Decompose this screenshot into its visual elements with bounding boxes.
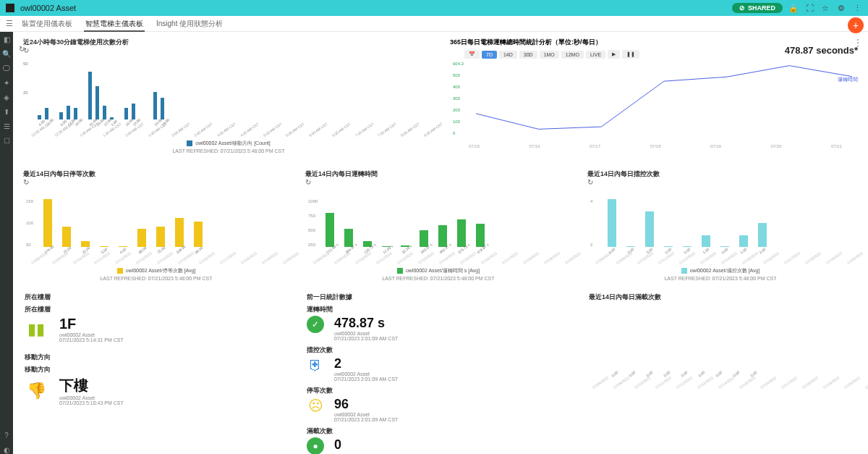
xtick: 07/10/2023 [637, 251, 654, 265]
small-xaxis: 07/08/202307/09/202307/10/202307/11/2023… [587, 261, 854, 266]
stat-label: 停等次數 [307, 386, 570, 395]
card-title-2: 移動方向 [25, 353, 288, 362]
bar [608, 199, 616, 247]
nav-user-icon[interactable]: ◐ [2, 445, 11, 454]
ytick: 300 [453, 96, 464, 101]
ytick: 100 [453, 119, 464, 124]
nav-screen-icon[interactable]: ☐ [2, 136, 11, 145]
bar-value: 0.00 [720, 245, 730, 254]
bar-value: 0.00 [715, 371, 722, 378]
range-30d[interactable]: 30D [519, 51, 537, 59]
ytick: 200 [453, 108, 464, 112]
fab-add[interactable]: + [848, 17, 864, 33]
bar [438, 225, 447, 247]
nav-search-icon[interactable]: 🔍 [2, 49, 11, 58]
nav-monitor-icon[interactable]: 🖵 [2, 64, 11, 72]
more-icon[interactable]: ⋮ [852, 3, 862, 13]
xtick: 07/11/2023 [655, 376, 672, 390]
star-icon[interactable]: ☆ [820, 3, 830, 13]
nav-upload-icon[interactable]: ⬆ [2, 107, 11, 116]
sad-face-icon: ☹ [307, 397, 324, 414]
nav-layers-icon[interactable]: ◈ [2, 93, 11, 101]
lock-icon[interactable]: 🔒 [788, 3, 799, 13]
range-12mo[interactable]: 12MO [561, 51, 584, 59]
xtick: 4:30 AM CST [239, 122, 260, 138]
stat-wait-count: 96 [334, 397, 398, 412]
nav-db-icon[interactable]: ☰ [2, 122, 11, 130]
last-refreshed: LAST REFRESHED: 07/21/2023 5:48:00 PM CS… [23, 148, 434, 154]
xtick: 4:00 AM CST [216, 122, 237, 138]
bar [59, 112, 63, 119]
xtick: 5:00 AM CST [263, 122, 283, 138]
bar [43, 199, 52, 247]
play-icon[interactable]: ▶ [608, 50, 620, 59]
xtick: 07/21/2023 [864, 376, 868, 390]
zero-bars [589, 319, 852, 370]
nav-settings-icon[interactable]: ✦ [2, 78, 11, 87]
ytick: 50 [23, 62, 28, 66]
nav-cube-icon[interactable]: ◧ [2, 35, 11, 43]
nav-help-icon[interactable]: ? [2, 431, 11, 440]
xtick: 7:00 AM CST [354, 122, 375, 138]
ytick: 400 [453, 85, 464, 89]
check-icon: ● [307, 437, 324, 454]
xtick: 07/16/2023 [198, 251, 216, 265]
xtick: 07/17/2023 [780, 376, 798, 390]
direction-value: 下樓 [59, 376, 124, 395]
bar [651, 369, 660, 370]
xtick: 07/17/2023 [219, 251, 237, 265]
legend-dot [117, 268, 123, 274]
clock-icon: ✓ [307, 316, 324, 333]
card-title: 最近14日內每日停等次數 [23, 169, 289, 179]
xtick: 07/16/2023 [480, 251, 498, 265]
timestamp: 07/21/2023 5:14:31 PM CST [59, 337, 124, 342]
bars: 1000750500250 [305, 180, 571, 247]
card-more-icon[interactable]: ⋮ [854, 38, 862, 48]
legend-dot [397, 268, 403, 274]
timestamp: 07/21/2023 5:10:43 PM CST [59, 400, 124, 405]
bar [671, 369, 680, 370]
xtick: 07/19/2023 [822, 376, 840, 390]
ytick: 0 [453, 131, 464, 135]
card-daily-block: 最近14日內每日擋控次數 ↻ 42 4.000.003.000.000.001.… [582, 167, 859, 284]
legend-text: owl00002 Asset/運轉時間 s [Avg] [406, 267, 480, 274]
shared-badge[interactable]: ⊘ SHARED [732, 3, 783, 13]
xaxis-long: 12:00 AM C...12:30 AM CST1:00 AM CST1:30… [23, 134, 434, 138]
bar-value: 1.00 [739, 245, 749, 254]
row-daily-metrics: 最近14日內每日停等次數 ↻ 15010050 179.0075.0022.00… [17, 167, 867, 284]
range-7d[interactable]: 7D [482, 51, 497, 59]
gear-icon[interactable]: ⚙ [836, 3, 846, 13]
toc-icon[interactable]: ☰ [6, 19, 13, 28]
thumbs-down-icon: 👎 [25, 382, 48, 400]
bar-value: 0.00 [628, 371, 635, 378]
range-1mo[interactable]: 1MO [540, 51, 559, 59]
xtick: 8:30 AM CST [423, 122, 443, 138]
range-live[interactable]: LIVE [586, 51, 605, 59]
tab-device-usage[interactable]: 裝置使用儀表板 [20, 16, 74, 32]
small-xaxis: 07/08/202307/09/202307/10/202307/11/2023… [23, 261, 289, 266]
tab-insight[interactable]: Insight 使用狀態分析 [155, 16, 224, 32]
topbar-right: ⊘ SHARED 🔒 ⛶ ☆ ⚙ ⋮ [732, 3, 862, 13]
fullscreen-icon[interactable]: ⛶ [804, 3, 814, 13]
small-xaxis: 07/08/202307/09/202307/10/202307/11/2023… [589, 386, 852, 390]
calendar-icon[interactable]: 📅 [464, 50, 480, 59]
bar [103, 106, 106, 119]
pause-icon[interactable]: ❚❚ [622, 50, 639, 59]
legend-dot [187, 140, 192, 146]
refresh-icon[interactable]: ↻ [19, 45, 25, 53]
bar [645, 211, 654, 248]
xtick: 07/08/2023 [312, 251, 330, 265]
bar [457, 219, 466, 247]
bar-value [81, 121, 87, 127]
card-title: 所在樓層 [25, 293, 288, 302]
card-title: 最近14日內每日擋控次數 [587, 169, 854, 179]
xtick: 5:30 AM CST [285, 122, 305, 138]
xtick: 07/10/2023 [634, 376, 651, 390]
last-refreshed: LAST REFRESHED: 07/21/2023 5:48:00 PM CS… [305, 276, 571, 281]
series-annotation: 運轉時間 [838, 76, 858, 83]
asset-name: owl00002 Asset [334, 412, 398, 417]
line-xaxis: 07/1507/1607/1707/1807/1907/2007/21 [469, 144, 842, 148]
tab-elevator-dashboard[interactable]: 智慧電梯主儀表板 [84, 16, 145, 32]
yaxis: 50 25 [23, 62, 28, 119]
range-14d[interactable]: 14D [499, 51, 517, 59]
